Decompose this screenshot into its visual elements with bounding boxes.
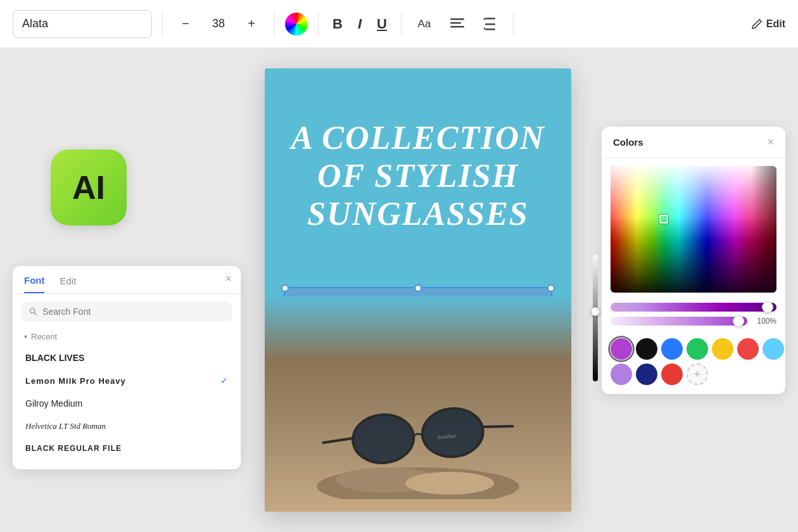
font-size-decrease-button[interactable]: − bbox=[173, 11, 198, 37]
tab-font[interactable]: Font bbox=[24, 275, 44, 293]
add-color-button[interactable]: + bbox=[687, 364, 708, 385]
svg-point-11 bbox=[351, 412, 415, 466]
svg-marker-6 bbox=[483, 18, 485, 20]
colors-panel-header: Colors × bbox=[602, 127, 785, 158]
selection-handle-tr bbox=[547, 284, 555, 292]
line-spacing-button[interactable] bbox=[478, 11, 503, 37]
font-size-increase-button[interactable]: + bbox=[239, 11, 264, 37]
italic-button[interactable]: I bbox=[354, 16, 365, 32]
svg-rect-4 bbox=[485, 23, 495, 25]
font-item-black-regular[interactable]: BLACK REGULAR FILE bbox=[18, 438, 236, 459]
colors-panel: Colors × 1 bbox=[602, 127, 785, 394]
color-spectrum[interactable] bbox=[611, 166, 776, 293]
colors-panel-title: Colors bbox=[613, 137, 643, 148]
hue-thumb bbox=[762, 301, 773, 313]
minus-icon: − bbox=[182, 16, 189, 31]
poster-title: A COLLECTION OF STYLISH SUNGLASSES bbox=[265, 119, 571, 232]
svg-rect-2 bbox=[450, 26, 464, 28]
bold-button[interactable]: B bbox=[329, 16, 346, 32]
svg-rect-5 bbox=[485, 28, 495, 30]
font-name-label: Helvetica LT Std Roman bbox=[25, 421, 106, 431]
font-panel-header: Font Edit × bbox=[13, 266, 241, 294]
color-swatch-lightblue[interactable] bbox=[763, 338, 784, 360]
font-name-label: Gilroy Medium bbox=[25, 398, 82, 408]
pencil-icon bbox=[751, 18, 763, 30]
chevron-down-icon: ▾ bbox=[24, 333, 27, 340]
plus-icon: + bbox=[248, 16, 255, 31]
font-selected-check: ✓ bbox=[220, 376, 228, 386]
edit-label: Edit bbox=[766, 18, 785, 30]
svg-rect-1 bbox=[450, 22, 461, 24]
svg-marker-7 bbox=[483, 27, 485, 30]
colors-panel-close-button[interactable]: × bbox=[767, 136, 774, 149]
color-swatch-yellow[interactable] bbox=[712, 338, 733, 360]
color-swatch-green[interactable] bbox=[687, 338, 708, 360]
toolbar-divider-1 bbox=[162, 13, 163, 35]
font-case-button[interactable]: Aa bbox=[412, 11, 437, 37]
spectrum-cursor bbox=[659, 215, 668, 224]
brightness-thumb bbox=[591, 307, 600, 316]
font-item-gilroy[interactable]: Gilroy Medium bbox=[18, 392, 236, 415]
toolbar-divider-2 bbox=[274, 13, 275, 35]
svg-rect-3 bbox=[485, 18, 495, 20]
color-swatches: + bbox=[602, 336, 785, 394]
search-icon bbox=[29, 307, 37, 316]
font-panel: Font Edit × ▾ Recent BLACK LIVES Lemon M… bbox=[13, 266, 241, 469]
svg-point-10 bbox=[405, 472, 494, 495]
svg-point-18 bbox=[30, 308, 34, 313]
svg-line-16 bbox=[483, 424, 512, 429]
svg-line-15 bbox=[323, 438, 353, 443]
text-align-button[interactable] bbox=[445, 11, 470, 37]
color-sliders: 100% bbox=[602, 298, 785, 336]
color-picker-button[interactable] bbox=[285, 13, 308, 35]
color-swatch-purple[interactable] bbox=[611, 338, 632, 360]
toolbar-divider-5 bbox=[513, 13, 514, 35]
font-name-label: BLACK REGULAR FILE bbox=[25, 444, 122, 453]
svg-line-19 bbox=[34, 313, 37, 315]
font-list: BLACK LIVES Lemon Milk Pro Heavy ✓ Gilro… bbox=[13, 346, 241, 469]
toolbar: − 38 + B I U Aa Edit bbox=[0, 0, 798, 48]
alpha-slider[interactable] bbox=[611, 317, 747, 326]
color-swatch-lavender[interactable] bbox=[611, 364, 632, 385]
edit-button[interactable]: Edit bbox=[751, 18, 785, 30]
ai-logo: AI bbox=[51, 149, 127, 225]
sunglasses-svg: Sevillian bbox=[310, 372, 526, 499]
alpha-value: 100% bbox=[752, 317, 776, 326]
color-swatch-red[interactable] bbox=[737, 338, 759, 360]
hue-slider[interactable] bbox=[611, 303, 776, 312]
selection-handle-tl bbox=[281, 284, 289, 292]
tab-edit[interactable]: Edit bbox=[60, 276, 76, 293]
align-icon bbox=[450, 18, 464, 30]
alpha-slider-row: 100% bbox=[611, 317, 776, 326]
poster-image: Sevillian bbox=[265, 296, 571, 512]
color-swatch-darkblue[interactable] bbox=[636, 364, 657, 385]
color-swatch-black[interactable] bbox=[636, 338, 657, 360]
font-item-lemon-milk[interactable]: Lemon Milk Pro Heavy ✓ bbox=[18, 369, 236, 392]
font-panel-close-button[interactable]: × bbox=[225, 272, 232, 286]
svg-point-13 bbox=[421, 406, 485, 459]
color-swatch-blue[interactable] bbox=[661, 338, 683, 360]
line-spacing-icon bbox=[483, 18, 497, 30]
underline-button[interactable]: U bbox=[373, 16, 391, 32]
brightness-slider[interactable] bbox=[593, 255, 598, 381]
font-search-bar bbox=[22, 301, 232, 322]
toolbar-divider-3 bbox=[318, 13, 319, 35]
font-name-input[interactable] bbox=[13, 10, 152, 38]
alpha-thumb bbox=[733, 315, 744, 327]
poster: A COLLECTION OF STYLISH SUNGLASSES ↻ Hel… bbox=[265, 68, 571, 512]
selection-handle-tm bbox=[414, 284, 422, 292]
font-name-label: BLACK LIVES bbox=[25, 353, 84, 363]
toolbar-divider-4 bbox=[401, 13, 402, 35]
color-swatch-crimson[interactable] bbox=[661, 364, 683, 385]
font-name-label: Lemon Milk Pro Heavy bbox=[25, 376, 126, 386]
font-size-value: 38 bbox=[206, 17, 231, 30]
font-item-black-lives[interactable]: BLACK LIVES bbox=[18, 346, 236, 369]
svg-rect-0 bbox=[450, 18, 464, 20]
font-item-helvetica[interactable]: Helvetica LT Std Roman bbox=[18, 415, 236, 438]
hue-slider-row bbox=[611, 303, 776, 312]
font-section-recent: ▾ Recent bbox=[13, 329, 241, 346]
font-search-input[interactable] bbox=[42, 307, 224, 317]
